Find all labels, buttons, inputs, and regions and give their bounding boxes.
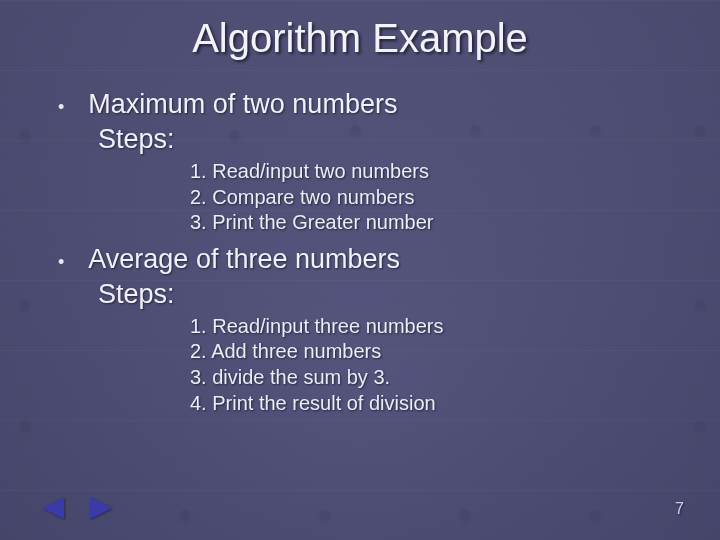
prev-button[interactable] bbox=[34, 494, 72, 522]
algorithm-block-2: • Average of three numbers Steps: 1. Rea… bbox=[40, 244, 680, 416]
bullet-text: Average of three numbers bbox=[88, 244, 400, 275]
steps-label: Steps: bbox=[40, 279, 680, 310]
steps-label: Steps: bbox=[40, 124, 680, 155]
bullet-text: Maximum of two numbers bbox=[88, 89, 397, 120]
bullet-icon: • bbox=[58, 92, 64, 122]
step-line: 2. Compare two numbers bbox=[190, 185, 680, 211]
steps-list: 1. Read/input two numbers 2. Compare two… bbox=[40, 159, 680, 236]
bullet-icon: • bbox=[58, 247, 64, 277]
step-line: 4. Print the result of division bbox=[190, 391, 680, 417]
step-line: 1. Read/input three numbers bbox=[190, 314, 680, 340]
next-button[interactable] bbox=[82, 494, 120, 522]
step-line: 3. Print the Greater number bbox=[190, 210, 680, 236]
step-line: 1. Read/input two numbers bbox=[190, 159, 680, 185]
steps-list: 1. Read/input three numbers 2. Add three… bbox=[40, 314, 680, 416]
bullet-row: • Maximum of two numbers bbox=[40, 89, 680, 122]
slide-content: Algorithm Example • Maximum of two numbe… bbox=[0, 0, 720, 540]
slide-title: Algorithm Example bbox=[40, 16, 680, 61]
bullet-row: • Average of three numbers bbox=[40, 244, 680, 277]
algorithm-block-1: • Maximum of two numbers Steps: 1. Read/… bbox=[40, 89, 680, 236]
step-line: 2. Add three numbers bbox=[190, 339, 680, 365]
arrow-left-icon bbox=[42, 497, 64, 519]
nav-controls bbox=[34, 494, 120, 522]
step-line: 3. divide the sum by 3. bbox=[190, 365, 680, 391]
arrow-right-icon bbox=[90, 497, 112, 519]
page-number: 7 bbox=[675, 500, 684, 518]
